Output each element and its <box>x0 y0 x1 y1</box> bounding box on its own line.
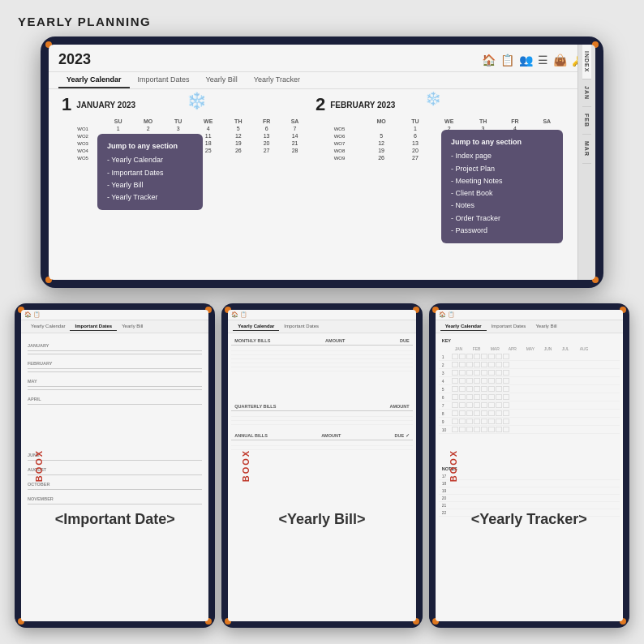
clip-icon-1[interactable]: 📋 <box>33 311 41 318</box>
thu-head: TH <box>224 118 252 125</box>
nav-tabs: Yearly Calendar Important Dates Yearly B… <box>49 72 595 89</box>
spacer <box>442 346 453 351</box>
feb-label: FEBRUARY <box>28 361 202 366</box>
bill-row <box>231 421 412 425</box>
boox-label-3: BOOX <box>449 449 458 482</box>
popup-right-item-1[interactable]: - Index page <box>451 150 553 162</box>
bill-row <box>231 367 412 371</box>
device-label-3: <Yearly Tracker> <box>436 511 623 528</box>
home-icon[interactable]: 🏠 <box>482 54 496 67</box>
bill-header-quarterly: QUARTERLY BILLS AMOUNT <box>231 402 412 411</box>
bag-icon[interactable]: 👜 <box>553 54 567 67</box>
home-icon-1[interactable]: 🏠 <box>24 311 32 318</box>
tab-yearly-bill[interactable]: Yearly Bill <box>198 72 246 88</box>
screen1-icons: 🏠 📋 <box>24 311 41 318</box>
dates-content-lower: JUNE AUGUST OCTOBER NOVEMBER <box>21 443 208 510</box>
tracker-row-3: 3 <box>439 369 620 377</box>
screen1-tab-2[interactable]: Important Dates <box>70 322 117 331</box>
popup-right-item-4[interactable]: - Client Book <box>451 187 553 200</box>
popup-right-item-3[interactable]: - Meeting Notes <box>451 175 553 187</box>
clipboard-icon[interactable]: 📋 <box>500 54 514 67</box>
mon-head: MO <box>132 118 164 125</box>
screen-year: 2023 <box>58 51 91 68</box>
screen-2: 🏠 📋 Yearly Calendar Important Dates MONT… <box>228 310 415 621</box>
tracker-row-n1: 17 <box>439 473 620 480</box>
list-icon[interactable]: ☰ <box>538 54 548 67</box>
screen2-tab-2[interactable]: Important Dates <box>279 322 324 331</box>
home-icon-3[interactable]: 🏠 <box>439 311 446 318</box>
popup-left-item-3[interactable]: - Yearly Bill <box>107 179 193 191</box>
wed-head: WE <box>192 118 224 125</box>
screen2-tab-1[interactable]: Yearly Calendar <box>233 322 279 331</box>
popup-right-item-7[interactable]: - Password <box>451 225 553 237</box>
popup-right-item-6[interactable]: - Order Tracker <box>451 213 553 225</box>
april-label: APRIL <box>28 397 202 401</box>
popup-left-item-2[interactable]: - Important Dates <box>107 167 193 179</box>
popup-right-item-5[interactable]: - Notes <box>451 200 553 212</box>
people-icon[interactable]: 👥 <box>519 54 533 67</box>
popup-right: Jump to any section - Index page - Proje… <box>441 130 563 243</box>
device-important-date: BOOX 🏠 📋 Yearly Calendar Important Dates… <box>15 303 215 628</box>
popup-left-item-1[interactable]: - Yearly Calendar <box>107 154 193 166</box>
june-label: JUNE <box>28 453 202 457</box>
right-tab-feb[interactable]: FEB <box>582 107 591 135</box>
popup-right-item-2[interactable]: - Project Plan <box>451 163 553 175</box>
tab-yearly-tracker[interactable]: Yearly Tracker <box>246 72 308 88</box>
snowflake-icon-1: ❄️ <box>187 91 207 110</box>
screen2-icons: 🏠 📋 <box>231 311 247 318</box>
tracker-row-5: 5 <box>439 385 620 393</box>
sat-head: SA <box>281 118 309 125</box>
right-tab-mar[interactable]: MAR <box>582 135 591 164</box>
mo-head: MO <box>363 118 399 125</box>
tracker-row-9: 9 <box>439 418 620 426</box>
tracker-row-n4: 20 <box>439 495 620 502</box>
clip-icon-3[interactable]: 📋 <box>448 311 455 318</box>
line <box>28 350 202 351</box>
right-tab-index[interactable]: INDEX <box>582 45 591 79</box>
main-device: BOOX 2023 🏠 📋 👥 ☰ 👜 🔑 Yearly Calendar Im… <box>41 36 603 288</box>
screen3-tab-2[interactable]: Important Dates <box>487 322 531 331</box>
tab-important-dates[interactable]: Important Dates <box>130 72 198 88</box>
tab-yearly-calendar[interactable]: Yearly Calendar <box>58 72 130 88</box>
may-label: MAY <box>28 379 202 384</box>
bill-content: MONTHLY BILLS AMOUNT DUE <box>228 333 415 375</box>
popup-left-item-4[interactable]: - Yearly Tracker <box>107 191 193 204</box>
bill-due-label: DUE <box>400 338 410 343</box>
screen1-tab-1[interactable]: Yearly Calendar <box>26 322 70 331</box>
tracker-row-n5: 21 <box>439 502 620 509</box>
tracker-row-n3: 19 <box>439 487 620 495</box>
screen-3: 🏠 📋 Yearly Calendar Important Dates Year… <box>436 310 623 621</box>
feb-name: FEBRUARY 2023 <box>330 101 395 109</box>
snowflake-icon-2: ❄️ <box>425 91 441 106</box>
tracker-row-8: 8 <box>439 410 620 418</box>
screen-1: 🏠 📋 Yearly Calendar Important Dates Year… <box>21 310 208 621</box>
nov-label: NOVEMBER <box>28 496 202 501</box>
right-tab-jan[interactable]: JAN <box>582 79 591 107</box>
screen1-tab-3[interactable]: Yearly Bill <box>117 322 148 331</box>
jan-name: JANUARY 2023 <box>76 101 135 109</box>
tracker-row-n2: 18 <box>439 480 620 487</box>
screen3-tab-1[interactable]: Yearly Calendar <box>440 322 487 331</box>
boox-label-2: BOOX <box>242 449 251 482</box>
main-screen: 2023 🏠 📋 👥 ☰ 👜 🔑 Yearly Calendar Importa… <box>49 45 595 280</box>
notes-label: NOTES <box>439 465 620 473</box>
right-tabs: INDEX JAN FEB MAR <box>577 45 595 280</box>
clip-icon-2[interactable]: 📋 <box>240 311 247 318</box>
fr-head: FR <box>499 118 530 125</box>
screen2-nav: Yearly Calendar Important Dates <box>228 320 415 333</box>
boox-label-1: BOOX <box>34 449 44 482</box>
aug-header: AUG <box>580 346 596 351</box>
tracker-row-7: 7 <box>439 401 620 410</box>
screen-header: 2023 🏠 📋 👥 ☰ 👜 🔑 <box>49 45 595 72</box>
mar-header: MAR <box>491 346 507 351</box>
screen3-tab-3[interactable]: Yearly Bill <box>530 322 561 331</box>
calendar-area: ❄️ ❄️ 1 JANUARY 2023 SU MO TU WE TH <box>49 89 595 166</box>
line <box>28 371 202 372</box>
screen3-nav: Yearly Calendar Important Dates Yearly B… <box>436 320 623 333</box>
screen2-header: 🏠 📋 <box>228 310 415 320</box>
screen-icons: 🏠 📋 👥 ☰ 👜 🔑 <box>482 54 586 67</box>
home-icon-2[interactable]: 🏠 <box>231 311 238 318</box>
device-label-2: <Yearly Bill> <box>228 511 415 528</box>
bill-monthly-label: MONTHLY BILLS <box>234 338 270 343</box>
bill-header-annual: ANNUAL BILLS AMOUNT DUE ✓ <box>231 431 412 440</box>
